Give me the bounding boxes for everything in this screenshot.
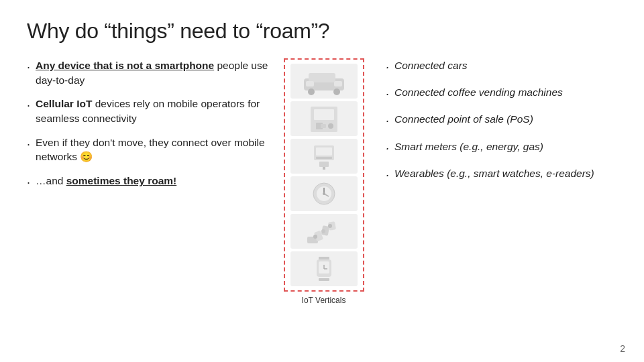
car-image	[290, 64, 358, 99]
bullet-dot-2: ·	[27, 97, 30, 114]
iot-label: IoT Verticals	[302, 296, 346, 305]
svg-point-20	[323, 192, 325, 195]
bullet-wearables: · Wearables (e.g., smart watches, e-read…	[386, 166, 617, 184]
middle-column: IoT Verticals	[275, 58, 372, 349]
svg-rect-10	[321, 124, 326, 128]
bullet-text-3: Even if they don't move, they connect ov…	[36, 135, 268, 164]
bullet-dot-r3: ·	[386, 113, 389, 129]
bullet-even-normal: Even if they don't move, they connect ov…	[36, 137, 265, 163]
bullet-and-bold: sometimes they roam!	[66, 175, 177, 186]
bullet-pos: · Connected point of sale (PoS)	[386, 112, 617, 129]
bullet-text-2: Cellular IoT devices rely on mobile oper…	[36, 97, 268, 125]
bullet-cars-text: Connected cars	[394, 60, 468, 71]
svg-rect-28	[319, 257, 329, 259]
bullet-and: · …and sometimes they roam!	[27, 174, 268, 191]
svg-rect-13	[316, 157, 332, 159]
svg-point-3	[333, 88, 340, 95]
svg-point-9	[328, 123, 333, 129]
bullet-coffee-text: Connected coffee vending machines	[394, 86, 563, 98]
bullet-dot-r5: ·	[386, 167, 389, 184]
meter-image	[290, 176, 358, 211]
bullet-dot-3: ·	[27, 136, 30, 153]
left-column: · Any device that is not a smartphone pe…	[27, 58, 275, 349]
iot-images-box	[284, 58, 364, 292]
bullet-cars: · Connected cars	[386, 58, 617, 76]
pos-svg	[301, 141, 347, 171]
page-number: 2	[620, 343, 625, 354]
bullet-even: · Even if they don't move, they connect …	[27, 135, 268, 164]
bullet-dot-r2: ·	[386, 86, 389, 103]
bullet-dot-1: ·	[27, 59, 30, 76]
meter-svg	[301, 179, 347, 208]
slide: Why do “things” need to “roam”? · Any de…	[0, 0, 644, 362]
svg-rect-12	[316, 147, 332, 156]
bullet-cellular: · Cellular IoT devices rely on mobile op…	[27, 97, 268, 125]
bullet-meters: · Smart meters (e.g., energy, gas)	[386, 139, 617, 157]
bullet-text-r2: Connected coffee vending machines	[394, 85, 617, 100]
svg-point-26	[321, 229, 325, 233]
slide-body: · Any device that is not a smartphone pe…	[27, 58, 617, 349]
svg-point-2	[308, 88, 315, 95]
bullet-text-r3: Connected point of sale (PoS)	[394, 112, 617, 127]
bullet-meters-text: Smart meters (e.g., energy, gas)	[394, 141, 543, 152]
bullet-device: · Any device that is not a smartphone pe…	[27, 58, 268, 87]
svg-rect-5	[334, 81, 342, 86]
robot-image	[290, 214, 358, 249]
bullet-dot-r4: ·	[386, 140, 389, 157]
coffee-vending-image	[290, 101, 358, 136]
bullet-text-1: Any device that is not a smartphone peop…	[36, 58, 268, 87]
bullet-and-prefix: …and	[36, 175, 66, 186]
watch-image	[290, 251, 358, 286]
bullet-pos-text: Connected point of sale (PoS)	[394, 113, 533, 125]
coffee-svg	[301, 104, 347, 133]
bullet-text-r5: Wearables (e.g., smart watches, e-reader…	[394, 166, 617, 181]
svg-rect-14	[319, 162, 329, 167]
bullet-text-r1: Connected cars	[394, 58, 617, 73]
bullet-device-bold: Any device that is not a smartphone	[36, 60, 214, 71]
bullet-dot-4: ·	[27, 174, 30, 191]
svg-rect-4	[306, 81, 314, 86]
robot-svg	[301, 217, 347, 246]
bullet-text-r4: Smart meters (e.g., energy, gas)	[394, 139, 617, 154]
watch-svg	[301, 254, 347, 284]
bullet-dot-r1: ·	[386, 59, 389, 76]
bullet-wearables-text: Wearables (e.g., smart watches, e-reader…	[394, 168, 594, 179]
bullet-coffee: · Connected coffee vending machines	[386, 85, 617, 103]
bullet-text-4: …and sometimes they roam!	[36, 174, 268, 188]
svg-rect-7	[314, 109, 334, 120]
svg-point-25	[313, 235, 317, 239]
bullet-cellular-bold: Cellular IoT	[36, 98, 92, 109]
pos-image	[290, 139, 358, 174]
car-svg	[301, 66, 347, 96]
svg-rect-15	[323, 167, 325, 170]
svg-point-27	[328, 224, 332, 228]
svg-rect-31	[319, 278, 329, 281]
svg-rect-1	[309, 73, 335, 82]
right-column: · Connected cars · Connected coffee vend…	[372, 58, 617, 349]
slide-title: Why do “things” need to “roam”?	[27, 19, 617, 44]
